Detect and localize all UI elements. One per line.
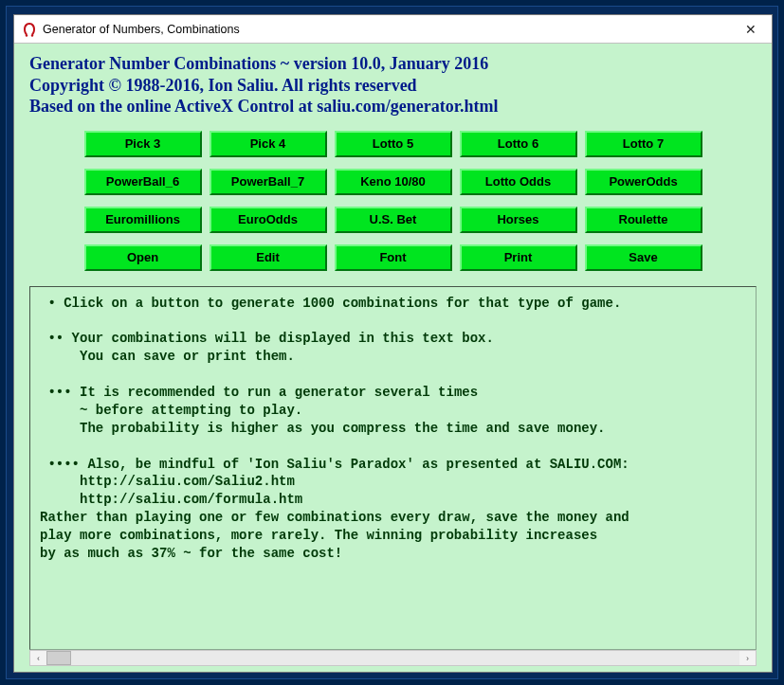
powerodds-button[interactable]: PowerOdds: [585, 169, 702, 195]
header-block: Generator Number Combinations ~ version …: [29, 53, 757, 117]
horseshoe-icon: [22, 22, 37, 37]
svg-point-1: [31, 34, 33, 36]
scroll-left-button[interactable]: ‹: [30, 651, 46, 665]
powerball6-button[interactable]: PowerBall_6: [84, 169, 202, 195]
pick3-button[interactable]: Pick 3: [84, 131, 202, 157]
close-icon: ✕: [745, 22, 757, 37]
euroodds-button[interactable]: EuroOdds: [210, 207, 327, 233]
header-line-3: Based on the online ActiveX Control at s…: [29, 96, 757, 117]
scrollbar-thumb[interactable]: [46, 651, 71, 665]
client-area: Generator Number Combinations ~ version …: [14, 44, 772, 672]
usbet-button[interactable]: U.S. Bet: [335, 207, 452, 233]
app-window: Generator of Numbers, Combinations ✕ Gen…: [13, 14, 773, 673]
header-line-1: Generator Number Combinations ~ version …: [29, 53, 757, 75]
euromillions-button[interactable]: Euromillions: [84, 207, 202, 233]
close-button[interactable]: ✕: [729, 15, 772, 43]
title-bar[interactable]: Generator of Numbers, Combinations ✕: [14, 15, 772, 44]
print-button[interactable]: Print: [460, 244, 577, 271]
chevron-right-icon: ›: [746, 654, 749, 663]
window-title: Generator of Numbers, Combinations: [43, 23, 729, 36]
lotto5-button[interactable]: Lotto 5: [335, 131, 452, 157]
lotto7-button[interactable]: Lotto 7: [585, 131, 702, 157]
save-button[interactable]: Save: [585, 244, 702, 271]
open-button[interactable]: Open: [84, 244, 202, 271]
output-textbox[interactable]: • Click on a button to generate 1000 com…: [29, 286, 757, 651]
horses-button[interactable]: Horses: [460, 207, 577, 233]
header-line-2: Copyright © 1988-2016, Ion Saliu. All ri…: [29, 75, 757, 97]
desktop-frame: Generator of Numbers, Combinations ✕ Gen…: [6, 6, 778, 679]
lottoodds-button[interactable]: Lotto Odds: [460, 169, 577, 195]
font-button[interactable]: Font: [335, 244, 452, 271]
roulette-button[interactable]: Roulette: [585, 207, 702, 233]
scrollbar-track[interactable]: [46, 651, 739, 665]
edit-button[interactable]: Edit: [210, 244, 327, 271]
svg-point-0: [26, 34, 27, 36]
scroll-right-button[interactable]: ›: [739, 651, 756, 665]
button-grid: Pick 3 Pick 4 Lotto 5 Lotto 6 Lotto 7 Po…: [84, 131, 702, 271]
powerball7-button[interactable]: PowerBall_7: [210, 169, 327, 195]
lotto6-button[interactable]: Lotto 6: [460, 131, 577, 157]
horizontal-scrollbar[interactable]: ‹ ›: [29, 650, 757, 666]
keno1080-button[interactable]: Keno 10/80: [335, 169, 452, 195]
pick4-button[interactable]: Pick 4: [210, 131, 327, 157]
chevron-left-icon: ‹: [37, 654, 40, 663]
